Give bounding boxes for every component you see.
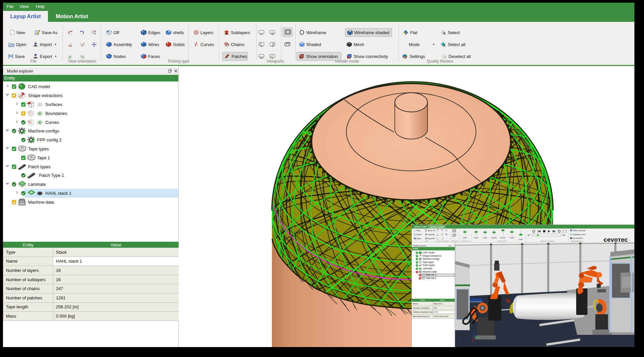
svg-text:y: y xyxy=(81,55,82,57)
svg-text:x: x xyxy=(83,42,84,44)
